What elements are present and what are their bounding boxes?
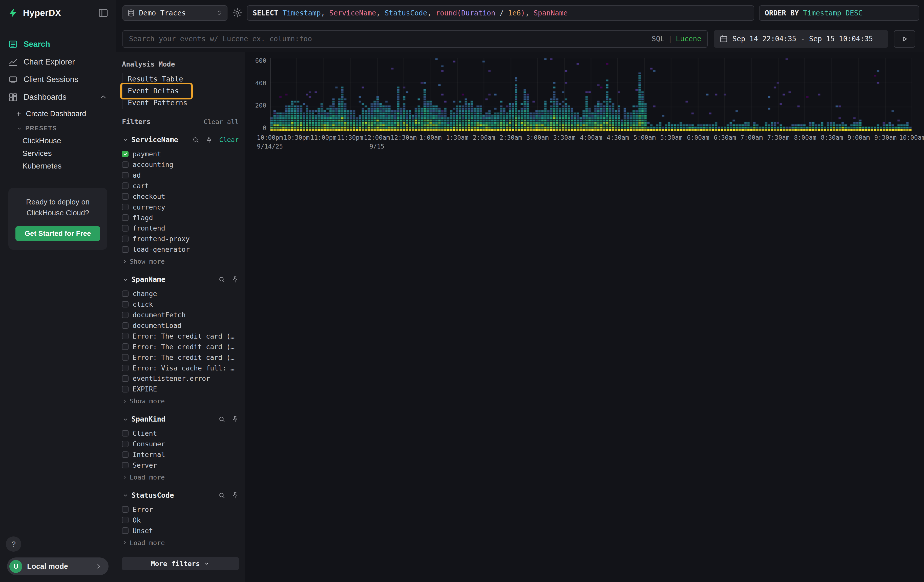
facet-option-change[interactable]: change bbox=[122, 289, 239, 299]
checkbox[interactable] bbox=[122, 354, 129, 361]
sidebar-item-dashboards[interactable]: Dashboards bbox=[0, 88, 116, 106]
checkbox[interactable] bbox=[122, 172, 129, 179]
checkbox[interactable] bbox=[122, 528, 129, 534]
facet-option-frontend[interactable]: frontend bbox=[122, 223, 239, 234]
checkbox[interactable] bbox=[122, 183, 129, 189]
checkbox[interactable] bbox=[122, 290, 129, 297]
facet-option-error[interactable]: Error bbox=[122, 504, 239, 515]
sidebar-item-clickhouse[interactable]: ClickHouse bbox=[0, 134, 116, 147]
chevron-down-icon[interactable] bbox=[122, 492, 129, 499]
checkbox[interactable] bbox=[122, 204, 129, 210]
facet-option-ad[interactable]: ad bbox=[122, 170, 239, 180]
checkbox[interactable] bbox=[122, 236, 129, 242]
checkbox[interactable] bbox=[122, 246, 129, 253]
facet-option-client[interactable]: Client bbox=[122, 428, 239, 439]
gear-icon[interactable] bbox=[232, 8, 243, 18]
order-by-input[interactable]: ORDER BY Timestamp DESC bbox=[759, 5, 919, 21]
sidebar-item-chart-explorer[interactable]: Chart Explorer bbox=[0, 53, 116, 71]
facet-search-icon[interactable] bbox=[218, 276, 225, 283]
sql-mode-toggle[interactable]: SQL bbox=[652, 35, 664, 43]
facet-clear-link[interactable]: Clear bbox=[219, 136, 239, 143]
sidebar-item-client-sessions[interactable]: Client Sessions bbox=[0, 71, 116, 88]
facet-option-accounting[interactable]: accounting bbox=[122, 159, 239, 170]
checkbox[interactable] bbox=[122, 375, 129, 382]
clear-all-filters-link[interactable]: Clear all bbox=[204, 118, 239, 125]
facet-option-flagd[interactable]: flagd bbox=[122, 212, 239, 223]
checkbox[interactable] bbox=[122, 333, 129, 339]
sidebar-item-kubernetes[interactable]: Kubernetes bbox=[0, 160, 116, 172]
facet-option-cart[interactable]: cart bbox=[122, 180, 239, 191]
analysis-mode-results-table[interactable]: Results Table bbox=[122, 73, 239, 85]
facet-name[interactable]: SpanKind bbox=[131, 415, 165, 423]
search-input[interactable] bbox=[129, 35, 647, 43]
heatmap-canvas[interactable] bbox=[271, 58, 912, 131]
checkbox[interactable] bbox=[122, 193, 129, 199]
get-started-button[interactable]: Get Started for Free bbox=[15, 226, 101, 241]
checkbox[interactable] bbox=[122, 151, 129, 157]
facet-search-icon[interactable] bbox=[218, 415, 225, 423]
facet-pin-icon[interactable] bbox=[231, 276, 239, 283]
help-button[interactable]: ? bbox=[6, 536, 21, 552]
facet-search-icon[interactable] bbox=[192, 136, 200, 143]
facet-option-error-the-credit-card[interactable]: Error: The credit card (… bbox=[122, 331, 239, 341]
facet-option-server[interactable]: Server bbox=[122, 460, 239, 470]
analysis-mode-event-deltas[interactable]: Event Deltas bbox=[122, 85, 239, 97]
chevron-down-icon[interactable] bbox=[122, 416, 129, 423]
date-range-picker[interactable]: Sep 14 22:04:35 - Sep 15 10:04:35 bbox=[714, 30, 888, 48]
checkbox[interactable] bbox=[122, 225, 129, 232]
facet-option-checkout[interactable]: checkout bbox=[122, 191, 239, 202]
analysis-mode-event-patterns[interactable]: Event Patterns bbox=[122, 97, 239, 109]
facet-pin-icon[interactable] bbox=[231, 415, 239, 423]
facet-option-eventlistener-error[interactable]: eventListener.error bbox=[122, 373, 239, 384]
lucene-mode-toggle[interactable]: Lucene bbox=[676, 35, 701, 43]
run-query-button[interactable] bbox=[894, 30, 915, 48]
create-dashboard-button[interactable]: Create Dashboard bbox=[0, 106, 116, 121]
facet-pin-icon[interactable] bbox=[205, 136, 213, 143]
chevron-down-icon[interactable] bbox=[122, 276, 129, 283]
facet-option-documentload[interactable]: documentLoad bbox=[122, 320, 239, 331]
facet-option-expire[interactable]: EXPIRE bbox=[122, 384, 239, 394]
checkbox[interactable] bbox=[122, 312, 129, 318]
sidebar-item-services[interactable]: Services bbox=[0, 147, 116, 160]
facet-option-click[interactable]: click bbox=[122, 299, 239, 310]
facet-name[interactable]: ServiceName bbox=[131, 136, 178, 144]
facet-option-error-the-credit-card[interactable]: Error: The credit card (… bbox=[122, 341, 239, 352]
checkbox[interactable] bbox=[122, 517, 129, 523]
facet-option-load-generator[interactable]: load-generator bbox=[122, 244, 239, 255]
checkbox[interactable] bbox=[122, 452, 129, 458]
facet-name[interactable]: StatusCode bbox=[131, 491, 174, 500]
facet-name[interactable]: SpanName bbox=[131, 275, 165, 284]
checkbox[interactable] bbox=[122, 430, 129, 437]
sql-query-input[interactable]: SELECT Timestamp, ServiceName, StatusCod… bbox=[247, 5, 754, 21]
facet-option-internal[interactable]: Internal bbox=[122, 449, 239, 460]
checkbox[interactable] bbox=[122, 386, 129, 392]
user-menu[interactable]: U Local mode bbox=[7, 557, 109, 575]
checkbox[interactable] bbox=[122, 364, 129, 371]
load-more-link[interactable]: Load more bbox=[122, 473, 239, 481]
facet-option-documentfetch[interactable]: documentFetch bbox=[122, 310, 239, 320]
collapse-sidebar-icon[interactable] bbox=[98, 8, 109, 18]
checkbox[interactable] bbox=[122, 214, 129, 221]
checkbox[interactable] bbox=[122, 441, 129, 447]
facet-option-ok[interactable]: Ok bbox=[122, 515, 239, 525]
sidebar-item-search[interactable]: Search bbox=[0, 35, 116, 53]
facet-search-icon[interactable] bbox=[218, 492, 225, 499]
facet-pin-icon[interactable] bbox=[231, 492, 239, 499]
presets-toggle[interactable]: PRESETS bbox=[0, 121, 116, 134]
more-filters-button[interactable]: More filters bbox=[122, 557, 239, 570]
facet-option-frontend-proxy[interactable]: frontend-proxy bbox=[122, 234, 239, 244]
facet-option-currency[interactable]: currency bbox=[122, 202, 239, 212]
checkbox[interactable] bbox=[122, 343, 129, 350]
checkbox[interactable] bbox=[122, 462, 129, 469]
checkbox[interactable] bbox=[122, 301, 129, 308]
facet-option-error-visa-cache-full[interactable]: Error: Visa cache full: … bbox=[122, 363, 239, 373]
facet-option-error-the-credit-card[interactable]: Error: The credit card (… bbox=[122, 352, 239, 363]
load-more-link[interactable]: Load more bbox=[122, 539, 239, 547]
heatmap-plot[interactable] bbox=[270, 58, 912, 131]
checkbox[interactable] bbox=[122, 162, 129, 168]
facet-option-consumer[interactable]: Consumer bbox=[122, 439, 239, 449]
source-select[interactable]: Demo Traces bbox=[122, 5, 228, 21]
checkbox[interactable] bbox=[122, 506, 129, 513]
facet-option-unset[interactable]: Unset bbox=[122, 525, 239, 536]
checkbox[interactable] bbox=[122, 322, 129, 329]
